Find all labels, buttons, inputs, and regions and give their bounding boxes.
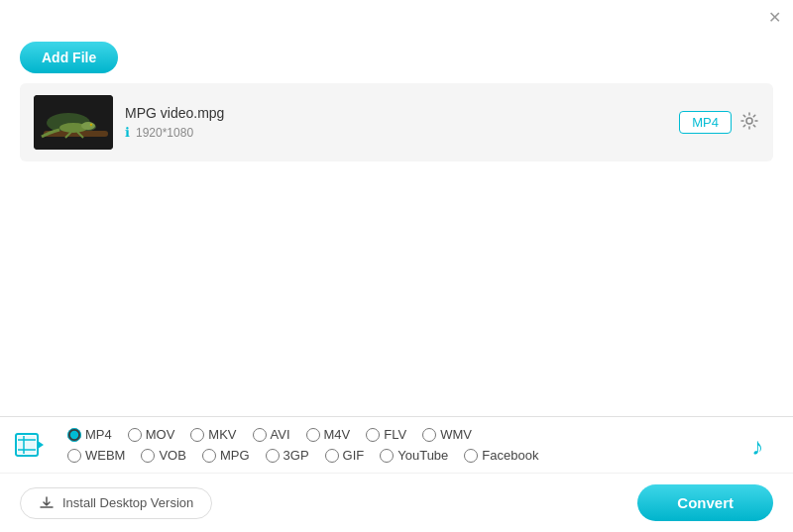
toolbar: Add File	[0, 36, 793, 83]
svg-point-7	[90, 124, 91, 125]
format-option-vob[interactable]: VOB	[141, 448, 185, 463]
svg-text:♪: ♪	[751, 433, 763, 460]
format-bar: MP4 MOV MKV AVI M4V FLV WMV W	[0, 416, 793, 473]
add-file-button[interactable]: Add File	[20, 42, 118, 73]
install-desktop-button[interactable]: Install Desktop Version	[20, 487, 212, 519]
format-option-3gp[interactable]: 3GP	[266, 448, 309, 463]
format-options: MP4 MOV MKV AVI M4V FLV WMV W	[59, 427, 734, 463]
format-option-mov[interactable]: MOV	[128, 427, 175, 442]
format-option-flv[interactable]: FLV	[366, 427, 406, 442]
empty-area	[0, 161, 793, 340]
svg-point-5	[81, 122, 95, 130]
file-meta: ℹ 1920*1080	[125, 125, 667, 140]
convert-button[interactable]: Convert	[637, 484, 773, 521]
format-badge[interactable]: MP4	[679, 111, 732, 134]
format-option-avi[interactable]: AVI	[253, 427, 290, 442]
file-actions: MP4	[679, 111, 759, 134]
file-info: MPG video.mpg ℹ 1920*1080	[125, 105, 667, 140]
footer: Install Desktop Version Convert	[0, 473, 793, 532]
format-option-mpg[interactable]: MPG	[202, 448, 250, 463]
download-icon	[39, 495, 55, 511]
install-label: Install Desktop Version	[62, 495, 193, 510]
svg-point-10	[746, 118, 752, 124]
settings-button[interactable]	[739, 111, 759, 134]
format-row-2: WEBM VOB MPG 3GP GIF YouTube Facebook	[67, 448, 726, 463]
format-option-m4v[interactable]: M4V	[306, 427, 351, 442]
file-list: MPG video.mpg ℹ 1920*1080 MP4	[0, 83, 793, 161]
file-name: MPG video.mpg	[125, 105, 667, 121]
info-icon: ℹ	[125, 125, 130, 140]
format-option-webm[interactable]: WEBM	[67, 448, 125, 463]
close-button[interactable]: ✕	[768, 10, 781, 26]
format-option-facebook[interactable]: Facebook	[464, 448, 538, 463]
format-option-youtube[interactable]: YouTube	[380, 448, 448, 463]
format-row-1: MP4 MOV MKV AVI M4V FLV WMV	[67, 427, 726, 442]
audio-format-icon[interactable]: ♪	[734, 429, 793, 461]
format-option-gif[interactable]: GIF	[325, 448, 365, 463]
title-bar: ✕	[0, 0, 793, 36]
svg-marker-16	[38, 441, 44, 449]
video-format-icon	[0, 429, 59, 461]
file-resolution: 1920*1080	[136, 126, 193, 140]
file-thumbnail	[34, 95, 113, 150]
file-item: MPG video.mpg ℹ 1920*1080 MP4	[20, 83, 773, 161]
format-option-wmv[interactable]: WMV	[422, 427, 472, 442]
format-option-mkv[interactable]: MKV	[190, 427, 236, 442]
format-option-mp4[interactable]: MP4	[67, 427, 112, 442]
svg-rect-12	[18, 436, 36, 454]
